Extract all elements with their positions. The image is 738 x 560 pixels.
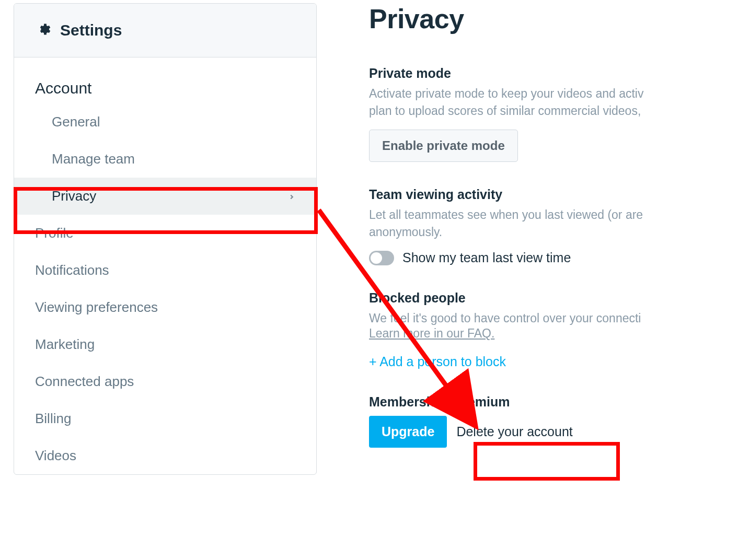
sidebar-header: Settings: [14, 4, 316, 57]
toggle-knob: [371, 252, 382, 264]
account-heading: Account: [14, 57, 316, 103]
team-activity-desc: Let all teammates see when you last view…: [369, 206, 704, 241]
blocked-desc: We feel it's good to have control over y…: [369, 310, 704, 327]
gear-icon: [36, 22, 51, 39]
blocked-heading: Blocked people: [369, 290, 704, 306]
sidebar-item-label: Marketing: [35, 336, 95, 353]
sidebar-item-privacy[interactable]: Privacy: [14, 178, 316, 215]
sidebar-item-billing[interactable]: Billing: [14, 400, 316, 437]
upgrade-button[interactable]: Upgrade: [369, 416, 447, 448]
page-title: Privacy: [369, 3, 704, 34]
blocked-people-section: Blocked people We feel it's good to have…: [369, 290, 704, 369]
sidebar-item-profile[interactable]: Profile: [14, 215, 316, 252]
sidebar-item-label: Videos: [35, 448, 76, 464]
sidebar-item-label: Profile: [35, 225, 74, 241]
enable-private-mode-button[interactable]: Enable private mode: [369, 130, 518, 162]
delete-account-link[interactable]: Delete your account: [456, 416, 572, 448]
content-area: Privacy Private mode Activate private mo…: [369, 3, 704, 475]
private-mode-section: Private mode Activate private mode to ke…: [369, 66, 704, 162]
faq-link[interactable]: Learn more in our FAQ.: [369, 326, 494, 341]
sidebar-item-label: Connected apps: [35, 374, 134, 390]
add-person-to-block-link[interactable]: + Add a person to block: [369, 354, 506, 369]
sidebar-item-label: Viewing preferences: [35, 299, 158, 316]
sidebar-title: Settings: [60, 21, 122, 39]
sidebar-item-label: Billing: [35, 411, 71, 427]
private-mode-desc: Activate private mode to keep your video…: [369, 85, 704, 120]
sidebar-item-label: Privacy: [52, 188, 96, 204]
team-view-toggle[interactable]: [369, 251, 394, 265]
sidebar-item-connected-apps[interactable]: Connected apps: [14, 363, 316, 400]
team-toggle-label: Show my team last view time: [402, 250, 571, 265]
sidebar-item-notifications[interactable]: Notifications: [14, 252, 316, 289]
sidebar-item-viewing-preferences[interactable]: Viewing preferences: [14, 289, 316, 326]
membership-section: Membership: Premium Upgrade Delete your …: [369, 394, 704, 448]
sidebar-item-general[interactable]: General: [14, 103, 316, 141]
private-mode-heading: Private mode: [369, 66, 704, 81]
sidebar-item-label: Notifications: [35, 262, 109, 278]
sidebar-item-manage-team[interactable]: Manage team: [14, 141, 316, 178]
team-activity-heading: Team viewing activity: [369, 187, 704, 202]
sidebar-item-videos[interactable]: Videos: [14, 437, 316, 474]
sidebar-item-label: General: [52, 114, 100, 130]
chevron-right-icon: [288, 188, 295, 204]
settings-sidebar: Settings Account General Manage team Pri…: [14, 3, 317, 475]
sidebar-item-label: Manage team: [52, 151, 135, 167]
membership-heading: Membership: Premium: [369, 394, 704, 410]
sidebar-item-marketing[interactable]: Marketing: [14, 326, 316, 363]
team-toggle-row: Show my team last view time: [369, 250, 704, 265]
team-activity-section: Team viewing activity Let all teammates …: [369, 187, 704, 266]
